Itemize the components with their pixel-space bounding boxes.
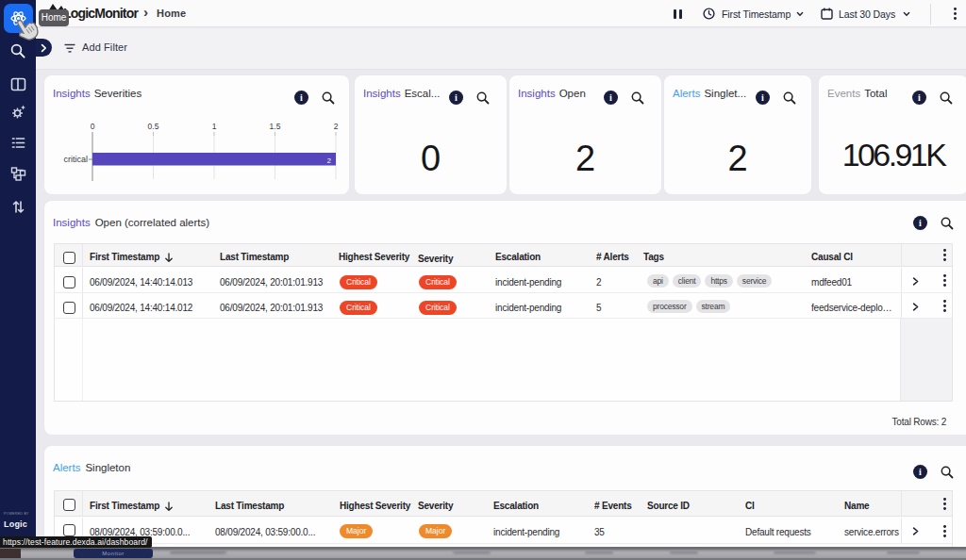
svg-text:critical: critical xyxy=(63,155,88,164)
svg-text:2: 2 xyxy=(334,122,339,131)
svg-text:1.5: 1.5 xyxy=(270,122,281,131)
svg-text:2: 2 xyxy=(327,156,331,165)
svg-text:0: 0 xyxy=(91,122,95,131)
svg-text:0.5: 0.5 xyxy=(148,122,159,131)
svg-text:1: 1 xyxy=(212,122,217,131)
